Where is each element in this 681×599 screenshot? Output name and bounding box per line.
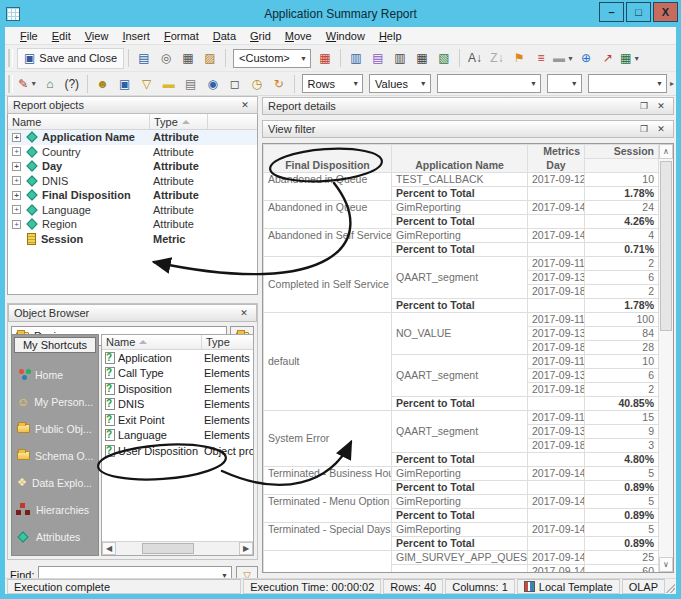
cell-day[interactable] [528, 509, 585, 523]
toolbar-grip[interactable] [8, 49, 13, 67]
find-in-grid-button[interactable]: ◉ [202, 73, 224, 94]
design-view-button[interactable]: ▦ [314, 48, 336, 69]
expand-icon[interactable]: + [12, 220, 21, 229]
cell-session-value[interactable]: 84 [585, 327, 659, 341]
menu-edit[interactable]: Edit [45, 30, 78, 42]
cell-session-value[interactable]: 4.80% [585, 453, 659, 467]
cell-session-value[interactable]: 6 [585, 271, 659, 285]
cell-application-name[interactable]: TEST_CALLBACK [392, 173, 528, 187]
expand-icon[interactable]: + [12, 176, 21, 185]
cell-day[interactable] [528, 215, 585, 229]
cell-session-value[interactable]: 6 [585, 369, 659, 383]
cell-session-value[interactable]: 28 [585, 341, 659, 355]
cell-day[interactable] [528, 537, 585, 551]
scroll-up-icon[interactable]: ∧ [659, 144, 673, 159]
shortcut-my-person-[interactable]: ☺My Person... [14, 388, 96, 415]
cell-session-value[interactable]: 5 [585, 523, 659, 537]
rows-axis-select[interactable]: Rows▼ [302, 74, 364, 93]
expand-icon[interactable]: + [12, 133, 21, 142]
grid-row[interactable]: Terminated - Menu OptionGimReporting2017… [264, 495, 659, 509]
column-header-day[interactable]: Day [528, 159, 585, 173]
horizontal-scrollbar[interactable]: ◀ ▶ [102, 541, 253, 555]
report-objects-close-icon[interactable]: ✕ [238, 99, 252, 112]
menu-file[interactable]: File [13, 30, 45, 42]
cell-application-name[interactable]: Percent to Total [392, 537, 528, 551]
view-filter-close-icon[interactable]: ✕ [654, 123, 668, 136]
contents-button[interactable]: ▤ [133, 48, 155, 69]
object-item-call-type[interactable]: Call TypeElements prc [102, 366, 253, 382]
menu-window[interactable]: Window [319, 30, 372, 42]
column-header-final-disposition[interactable]: Final Disposition [264, 159, 392, 173]
view-filter-button[interactable]: ▽ [136, 73, 158, 94]
menu-help[interactable]: Help [372, 30, 409, 42]
cell-application-name[interactable]: Percent to Total [392, 397, 528, 411]
save-and-close-button[interactable]: ▣Save and Close [17, 48, 124, 69]
close-button[interactable]: X [653, 2, 678, 22]
grid-row[interactable]: defaultNO_VALUE2017-09-11100 [264, 313, 659, 327]
cell-session-value[interactable]: 0.89% [585, 481, 659, 495]
chart-view-button[interactable]: ▧ [433, 48, 455, 69]
cell-application-name[interactable] [392, 565, 528, 573]
grid-row[interactable]: Abandoned in QueueTEST_CALLBACK2017-09-1… [264, 173, 659, 187]
cell-day[interactable] [528, 453, 585, 467]
cell-session-value[interactable]: 5 [585, 495, 659, 509]
column-header-application-name[interactable]: Application Name [392, 159, 528, 173]
cell-final-disposition[interactable] [264, 551, 392, 573]
cell-day[interactable]: 2017-09-18 [528, 439, 585, 453]
grid-row[interactable]: Abandoned in Self ServiceGimReporting201… [264, 229, 659, 243]
cell-session-value[interactable]: 10 [585, 355, 659, 369]
metric-header-session[interactable]: Session [585, 145, 659, 159]
tree-item-application-name[interactable]: +Application NameAttribute [8, 130, 257, 145]
scroll-thumb[interactable] [142, 543, 194, 554]
menu-grid[interactable]: Grid [243, 30, 278, 42]
cell-final-disposition[interactable]: Terminated - Menu Option [264, 495, 392, 523]
cell-application-name[interactable]: QAART_segment [392, 257, 528, 299]
maximize-button[interactable]: □ [626, 2, 651, 22]
resize-grip[interactable] [665, 583, 675, 593]
threshold-style-button[interactable]: ▬▼ [552, 48, 575, 69]
cell-day[interactable]: 2017-09-11 [528, 355, 585, 369]
object-browser-close-icon[interactable]: ✕ [237, 307, 251, 320]
cell-application-name[interactable]: Percent to Total [392, 215, 528, 229]
grid-merge-headers-button[interactable]: ▥ [389, 48, 411, 69]
print-preview-button[interactable]: ◎ [155, 48, 177, 69]
refresh-button[interactable]: ↻ [268, 73, 290, 94]
properties-button[interactable]: ▨ [199, 48, 221, 69]
cell-session-value[interactable]: 40.85% [585, 397, 659, 411]
report-details-close-icon[interactable]: ✕ [654, 100, 668, 113]
toolbar-grip[interactable] [8, 75, 13, 93]
cell-day[interactable]: 2017-09-18 [528, 341, 585, 355]
cell-day[interactable] [528, 397, 585, 411]
tree-item-session[interactable]: SessionMetric [8, 232, 257, 247]
toolbar-overflow-icon[interactable]: ▸ [670, 79, 676, 88]
menu-move[interactable]: Move [278, 30, 319, 42]
cell-day[interactable]: 2017-09-12 [528, 173, 585, 187]
cell-session-value[interactable]: 0.89% [585, 537, 659, 551]
cell-application-name[interactable]: GimReporting [392, 467, 528, 481]
shortcut-schema-o-[interactable]: Schema O... [14, 442, 96, 469]
cell-session-value[interactable]: 5 [585, 467, 659, 481]
cell-session-value[interactable]: 0.71% [585, 243, 659, 257]
cell-day[interactable]: 2017-09-13 [528, 369, 585, 383]
cell-application-name[interactable]: GimReporting [392, 201, 528, 215]
cell-day[interactable]: 2017-09-14 [528, 565, 585, 573]
page-by-flag-button[interactable]: ⚑ [508, 48, 530, 69]
thresholds-button[interactable]: ≡ [530, 48, 552, 69]
cell-application-name[interactable]: GimReporting [392, 229, 528, 243]
tree-item-day[interactable]: +DayAttribute [8, 159, 257, 174]
cell-final-disposition[interactable]: Terminated - Business Hours [264, 467, 392, 495]
expand-icon[interactable]: + [12, 147, 21, 156]
cell-day[interactable]: 2017-09-14 [528, 467, 585, 481]
shortcut-hierarchies[interactable]: Hierarchies [14, 496, 96, 523]
grid-row[interactable]: GIM_SURVEY_APP_QUESTIONS2017-09-1425 [264, 551, 659, 565]
cell-application-name[interactable]: Percent to Total [392, 453, 528, 467]
grid-row[interactable]: Terminated - Special DaysGimReporting201… [264, 523, 659, 537]
cell-application-name[interactable]: Percent to Total [392, 243, 528, 257]
values-axis-select[interactable]: Values▼ [369, 74, 431, 93]
help-button[interactable]: (?) [61, 73, 83, 94]
column-header-name[interactable]: Name [102, 335, 202, 349]
cell-day[interactable] [528, 299, 585, 313]
cell-final-disposition[interactable]: default [264, 313, 392, 411]
tree-item-final-disposition[interactable]: +Final DispositionAttribute [8, 188, 257, 203]
go-to-design-button[interactable]: ⌂ [39, 73, 61, 94]
